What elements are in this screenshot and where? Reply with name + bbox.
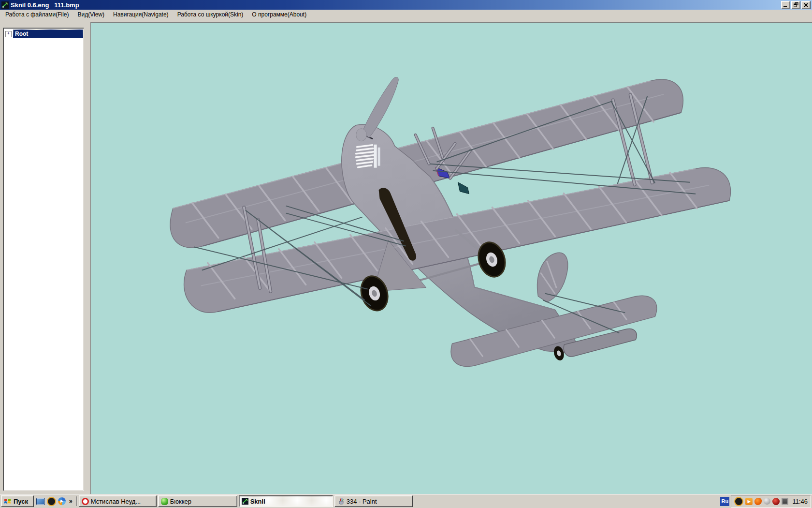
system-tray: ▶ 11:46 [731, 495, 811, 508]
task-label: 334 - Paint [347, 498, 377, 505]
restore-icon [794, 2, 798, 7]
window-controls [780, 1, 811, 9]
opera-icon [82, 498, 89, 505]
menu-file[interactable]: Работа с файлами(File) [1, 10, 73, 19]
sknil-icon [242, 498, 248, 505]
biplane-model [91, 23, 812, 494]
model-viewport[interactable] [90, 22, 812, 494]
windows-logo-icon [4, 498, 12, 505]
quick-launch-overflow[interactable]: » [69, 498, 72, 505]
media-player-icon[interactable]: ▶ [58, 497, 66, 505]
tray-clock[interactable]: 11:46 [790, 498, 808, 505]
daemon-tools-icon[interactable] [47, 497, 56, 506]
language-indicator[interactable]: Ru [720, 497, 729, 506]
taskbar-divider [76, 496, 77, 506]
task-opera[interactable]: Мстислав Неуд... [79, 495, 157, 507]
green-app-icon [161, 498, 168, 505]
volume-icon[interactable] [764, 498, 770, 505]
taskbar: Пуск ▶ » Мстислав Неуд... Бюккер Sknil [0, 494, 812, 508]
tree-expand-toggle[interactable]: + [5, 31, 12, 37]
task-paint[interactable]: 334 - Paint [334, 495, 413, 507]
client-area: + Root [0, 19, 812, 494]
menu-view[interactable]: Вид(View) [73, 10, 109, 19]
task-label: Sknil [250, 498, 265, 505]
show-desktop-icon[interactable] [36, 498, 45, 505]
window-titlebar[interactable]: Sknil 0.6.eng 111.bmp [0, 0, 812, 10]
daemon-tools-icon[interactable] [734, 497, 743, 506]
close-button[interactable] [801, 1, 811, 9]
sknil-app-icon [1, 1, 9, 9]
tree-root-row: + Root [4, 30, 83, 38]
avast-icon[interactable] [754, 498, 762, 505]
model-tree-panel: + Root [3, 28, 84, 491]
task-bukker[interactable]: Бюккер [158, 495, 237, 507]
tree-item-root[interactable]: Root [13, 30, 83, 38]
media-play-icon[interactable]: ▶ [745, 498, 753, 505]
task-label: Бюккер [170, 498, 191, 505]
tail-fin [537, 253, 568, 302]
restore-button[interactable] [791, 1, 800, 9]
minimize-button[interactable] [781, 1, 790, 9]
menu-navigate[interactable]: Навигация(Navigate) [109, 10, 173, 19]
start-button[interactable]: Пуск [1, 495, 34, 507]
quick-launch: ▶ » [35, 497, 76, 506]
task-label: Мстислав Неуд... [91, 498, 141, 505]
download-manager-icon[interactable] [772, 498, 780, 505]
capture-icon[interactable] [782, 498, 788, 505]
close-icon [804, 3, 808, 7]
desktop: Sknil 0.6.eng 111.bmp Работа с ф [0, 0, 812, 508]
menu-bar: Работа с файлами(File) Вид(View) Навигац… [0, 10, 812, 19]
task-sknil[interactable]: Sknil [239, 495, 333, 507]
start-label: Пуск [14, 498, 28, 505]
window-title: Sknil 0.6.eng 111.bmp [11, 1, 79, 9]
menu-about[interactable]: О программе(About) [247, 10, 311, 19]
paint-icon [337, 498, 345, 505]
minimize-icon [783, 3, 788, 7]
menu-skin[interactable]: Работа со шкуркой(Skin) [173, 10, 248, 19]
